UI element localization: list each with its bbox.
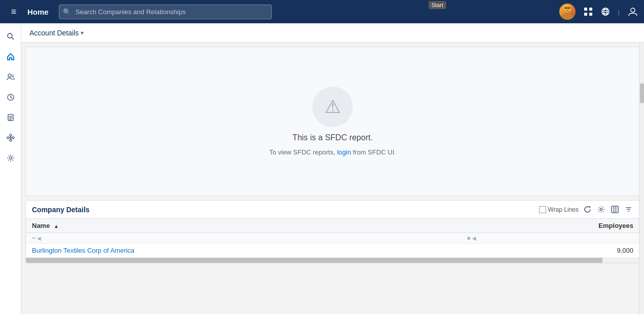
employees-filter-cell: ≡ ◀ (461, 233, 639, 244)
employees-filter-input[interactable]: ≡ ◀ (467, 235, 633, 241)
company-panel-title: Company Details (32, 206, 539, 214)
svg-point-24 (12, 137, 14, 139)
sidebar-item-relationships[interactable] (2, 129, 20, 147)
svg-point-14 (631, 8, 635, 12)
warning-circle: ⚠ (312, 87, 353, 127)
top-navigation: Start ≡ Home 🔍 (0, 0, 644, 23)
refresh-button[interactable] (583, 205, 592, 214)
nav-right: | (559, 4, 638, 20)
svg-rect-6 (589, 8, 592, 11)
sidebar-item-home[interactable] (2, 48, 20, 66)
v-scroll-thumb[interactable] (640, 83, 644, 103)
wrap-lines-text: Wrap Lines (548, 206, 579, 213)
settings-button[interactable] (596, 205, 606, 214)
company-link[interactable]: Burlington Textiles Corp of America (32, 247, 134, 254)
col-name-label: Name (32, 222, 50, 229)
svg-point-15 (8, 33, 12, 38)
table-row: Burlington Textiles Corp of America 9,00… (26, 244, 639, 258)
sidebar-item-contacts[interactable] (2, 68, 20, 86)
sfdc-login-link[interactable]: login (337, 148, 351, 156)
header-bar: Account Details ▾ (21, 23, 644, 43)
sort-asc-icon: ▲ (54, 223, 59, 229)
hamburger-button[interactable]: ≡ (6, 4, 21, 19)
sidebar-item-settings[interactable] (2, 149, 20, 167)
sfdc-report-panel: ⚠ This is a SFDC report. To view SFDC re… (25, 47, 640, 196)
avatar-image (559, 4, 576, 20)
col-name-header[interactable]: Name ▲ (26, 219, 461, 233)
sidebar-item-search[interactable] (2, 27, 20, 46)
account-details-label: Account Details (29, 29, 79, 37)
sidebar-item-tasks[interactable] (2, 108, 20, 127)
svg-point-23 (10, 134, 12, 136)
svg-rect-5 (584, 8, 587, 11)
name-filter-cell: ~ ◀ (26, 233, 461, 244)
svg-point-29 (600, 208, 602, 210)
svg-rect-8 (589, 13, 592, 16)
col-employees-header[interactable]: Employees (461, 219, 639, 233)
start-tooltip: Start (428, 1, 446, 9)
hamburger-icon: ≡ (11, 7, 17, 17)
content-area: Account Details ▾ ⚠ This is a SFDC repor… (21, 23, 644, 314)
svg-rect-7 (584, 13, 587, 16)
sidebar-item-recent[interactable] (2, 88, 20, 106)
h-scroll-thumb[interactable] (26, 258, 602, 263)
globe-icon-button[interactable] (601, 7, 610, 16)
svg-point-1 (561, 14, 574, 20)
profile-icon-button[interactable] (628, 7, 638, 17)
company-details-panel: Company Details Wrap Lines (25, 200, 640, 263)
col-employees-label: Employees (598, 222, 633, 229)
svg-point-28 (9, 157, 12, 160)
columns-button[interactable] (610, 205, 620, 214)
company-panel-header: Company Details Wrap Lines (26, 201, 639, 219)
wrap-lines-checkbox[interactable] (539, 206, 546, 213)
account-details-select[interactable]: Account Details ▾ (29, 29, 84, 37)
warning-icon: ⚠ (325, 96, 341, 117)
table-scroll-area: Name ▲ Employees (26, 219, 639, 258)
employees-cell: 9,000 (461, 244, 639, 258)
nav-divider: | (618, 8, 620, 16)
svg-rect-30 (612, 206, 618, 213)
horizontal-scrollbar[interactable] (26, 258, 639, 263)
svg-point-22 (7, 137, 9, 139)
company-name-cell: Burlington Textiles Corp of America (26, 244, 461, 258)
sfdc-subtitle: To view SFDC reports, login from SFDC UI… (269, 148, 396, 156)
search-input[interactable] (59, 5, 272, 19)
sfdc-title: This is a SFDC report. (293, 133, 373, 142)
main-content: ⚠ This is a SFDC report. To view SFDC re… (21, 43, 644, 314)
name-filter-input[interactable]: ~ ◀ (32, 234, 455, 242)
panel-controls: Wrap Lines (539, 205, 633, 214)
filter-tilde-icon-2: ≡ (467, 235, 470, 241)
search-bar: 🔍 (59, 5, 272, 19)
company-table: Name ▲ Employees (26, 219, 639, 258)
svg-point-17 (8, 74, 11, 77)
sidebar (0, 23, 21, 314)
sfdc-subtitle-pre: To view SFDC reports, (269, 148, 337, 156)
avatar[interactable] (559, 4, 576, 20)
search-icon: 🔍 (63, 8, 71, 16)
main-layout: Account Details ▾ ⚠ This is a SFDC repor… (0, 23, 644, 314)
home-label: Home (27, 8, 49, 16)
grid-icon-button[interactable] (584, 7, 593, 16)
filter-tilde-icon: ~ (32, 234, 35, 242)
filter-row: ~ ◀ ≡ ◀ (26, 233, 639, 244)
vertical-scrollbar[interactable] (639, 43, 644, 314)
filter-arrow-icon: ◀ (37, 236, 41, 241)
svg-point-25 (10, 139, 12, 141)
sfdc-subtitle-post: from SFDC UI. (351, 148, 396, 156)
svg-rect-4 (564, 7, 570, 9)
chevron-down-icon: ▾ (81, 29, 84, 36)
filter-button[interactable] (624, 205, 633, 214)
filter-arrow-icon-2: ◀ (472, 236, 476, 241)
svg-line-16 (12, 37, 14, 40)
wrap-lines-label[interactable]: Wrap Lines (539, 206, 579, 213)
